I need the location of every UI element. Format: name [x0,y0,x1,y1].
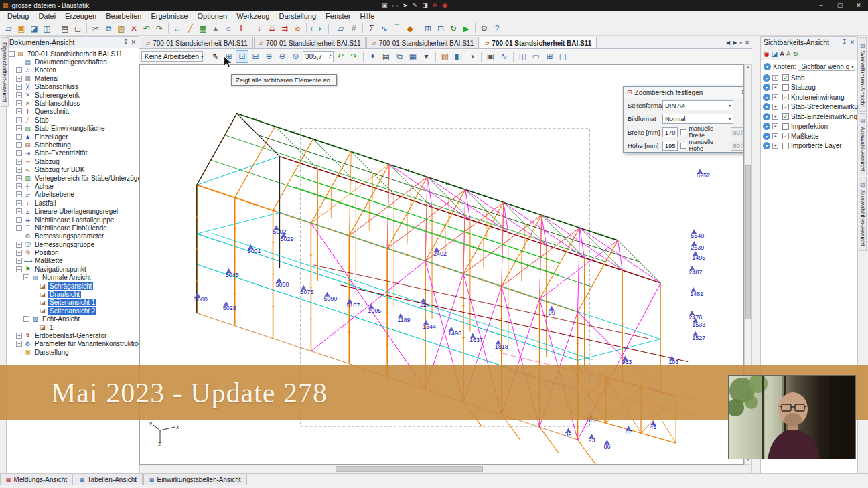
tree-item[interactable]: ◪Seitenansicht 1 [7,299,139,307]
manuelle-breite-checkbox[interactable] [680,129,686,135]
zoom-all-visible-icon[interactable]: ⊡ [236,50,248,63]
statusbar-tab-meldungs-ansicht[interactable]: ▦Meldungs-Ansicht [0,474,73,485]
visibility-row[interactable]: ▾+Stabzug [761,83,857,93]
print-icon[interactable]: ▤ [59,23,71,35]
expander-icon[interactable]: + [772,143,778,149]
menu-datei[interactable]: Datei [33,11,60,21]
horizontal-scrollbar-thumb[interactable] [336,466,483,472]
fenster-viertel-icon[interactable]: ⊞ [543,50,556,63]
visibility-row[interactable]: ▾+✓Stab [761,73,857,83]
expander-icon[interactable]: − [23,274,29,280]
visibility-row[interactable]: ▾+✓Knoteneinwirkung [761,92,857,102]
tree-item[interactable]: +▥Verlegebereich für Stäbe/Unterzüge [7,174,139,182]
tree-item[interactable]: +⌒Nichtlineare Einhüllende [7,224,139,232]
expander-icon[interactable]: + [16,117,22,123]
expander-icon[interactable]: + [16,175,22,181]
category-dropdown-icon[interactable]: ▾ [763,74,770,82]
flaechenlast-icon[interactable]: ⇉ [279,23,291,35]
menu-werkzeug[interactable]: Werkzeug [232,11,274,21]
menu-optionen[interactable]: Optionen [192,11,232,21]
expander-icon[interactable]: + [772,84,778,90]
minimize-icon[interactable]: – [812,2,830,9]
print-view-icon[interactable]: ▤ [380,50,392,63]
expander-icon[interactable]: + [772,75,778,81]
new-document-icon[interactable]: ▱ [3,23,15,35]
visibility-row[interactable]: ▾+Imperfektion [761,122,857,132]
zoom-alles-icon[interactable]: ⊡ [435,23,447,35]
visibility-checkbox[interactable]: ✓ [782,74,789,81]
expander-icon[interactable]: + [16,67,22,73]
expander-icon[interactable]: + [772,94,778,100]
expander-icon[interactable]: − [23,316,29,322]
optionen-icon[interactable]: ⚙ [478,23,490,35]
record-pause-icon[interactable]: ⊖ [433,2,438,9]
horizontal-scrollbar[interactable] [139,465,752,473]
tree-item[interactable]: +ⒷBemessungsgruppe [7,240,139,248]
expander-icon[interactable]: + [772,104,778,110]
save-visibility-icon[interactable]: ◪ [772,50,778,58]
copy-icon[interactable]: ⧉ [102,23,115,35]
menu-ergebnisse[interactable]: Ergebnisse [146,11,192,21]
visibility-checkbox[interactable]: ✓ [782,133,789,139]
expander-icon[interactable]: + [16,125,22,131]
expander-icon[interactable]: + [16,341,22,347]
tab-list-icon[interactable]: ▾ [739,39,742,46]
stab-erzeugen-icon[interactable]: ╱ [184,23,196,35]
tree-item[interactable]: +▱Arbeitsebene [7,191,139,199]
record-visibility-icon[interactable]: ◉ [764,50,770,58]
schattierung-icon[interactable]: ◑ [465,50,478,63]
tree-item[interactable]: +↓Lastfall [7,199,139,207]
expander-icon[interactable]: + [16,250,22,256]
copy-view-icon[interactable]: ⧉ [393,50,406,63]
maximize-icon[interactable]: ▢ [830,2,849,9]
expander-icon[interactable]: + [16,76,22,82]
expander-icon[interactable]: + [16,100,22,106]
visibility-row[interactable]: ▾+Importierte Layer [761,141,857,151]
lager-erzeugen-icon[interactable]: ▲ [210,23,222,35]
cut-icon[interactable]: ✂ [90,23,102,35]
tree-item[interactable]: +▤Stabbettung [7,141,139,149]
ergebnisse-icon[interactable]: ∿ [378,23,390,35]
zoom-fenster-icon[interactable]: ⊞ [422,23,434,35]
category-dropdown-icon[interactable]: ▾ [763,113,770,120]
category-dropdown-icon[interactable]: ▾ [764,63,771,70]
zoom-in-icon[interactable]: ⊕ [263,50,275,63]
expander-icon[interactable]: + [772,123,778,129]
tree-item[interactable]: ▣Darstellung [7,348,139,356]
expander-icon[interactable]: + [16,92,22,98]
tree-item[interactable]: ◪Draufsicht [7,290,139,298]
render-mode-icon[interactable]: ◧ [452,50,465,63]
expander-icon[interactable]: + [16,167,22,173]
print-preview-icon[interactable]: ◻ [72,23,84,35]
tree-item[interactable]: +┼Achse [7,182,139,190]
menu-darstellung[interactable]: Darstellung [274,11,321,21]
streckenlast-icon[interactable]: ⇊ [266,23,278,35]
scroll-up-icon[interactable]: ▲ [745,65,751,72]
tree-item[interactable]: +ΣLineare Überlagerungsregel [7,207,139,215]
knoten-visibility-select[interactable]: Sichtbar wenn gel ▾ [798,62,855,71]
breite-input[interactable]: 170 [662,127,678,137]
menu-hilfe[interactable]: Hilfe [355,11,379,21]
darstellung-farbe-icon[interactable]: ▨ [439,50,451,63]
tree-item[interactable]: +╱Stab [7,116,139,124]
refresh-visibility-icon[interactable]: ↻ [793,50,798,58]
berechnen-icon[interactable]: Σ [366,23,378,35]
expander-icon[interactable]: + [16,200,22,206]
fenster-teilen-icon[interactable]: ◫ [516,50,529,63]
expander-icon[interactable]: + [16,159,22,165]
tab-scroll-left-icon[interactable]: ◀ [726,39,730,46]
hoehe-spinner[interactable]: 80 ▲▾ [731,141,745,151]
visibility-checkbox[interactable]: ✓ [782,113,789,120]
undo-icon[interactable]: ↶ [141,23,153,35]
fenster-einzel-icon[interactable]: ▭ [530,50,542,63]
visibility-checkbox[interactable]: ✓ [782,104,789,110]
visibility-checkbox[interactable]: ✓ [782,94,789,100]
zoom-window-icon[interactable]: ⊞ [222,50,235,63]
category-dropdown-icon[interactable]: ▾ [763,103,770,110]
statusbar-tab-einwirkungstabellen-ansicht[interactable]: ▦Einwirkungstabellen-Ansicht [143,474,247,485]
tree-item[interactable]: +∾Stabzug [7,157,139,165]
close-panel-icon[interactable]: ✕ [849,39,855,46]
expander-icon[interactable]: + [16,108,22,114]
visibility-row[interactable]: ▾+✓Stab-Einzeleinwirkung [761,112,857,122]
foto-icon[interactable]: ▣ [484,50,497,63]
